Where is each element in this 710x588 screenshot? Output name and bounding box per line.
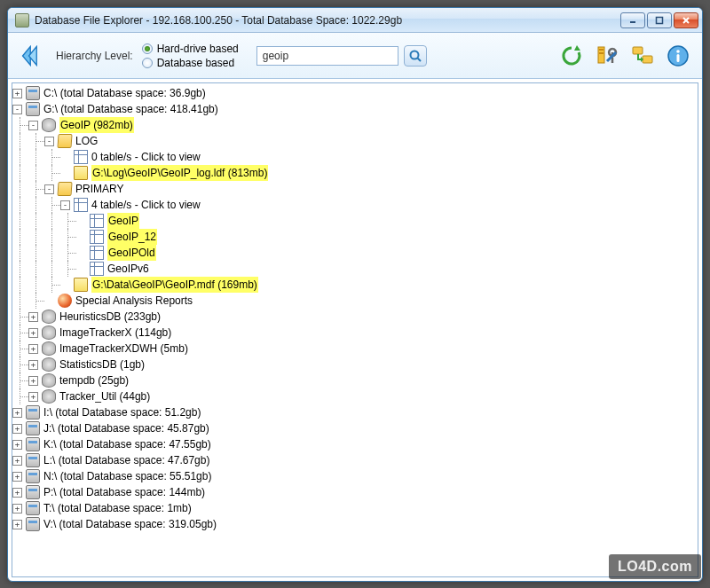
expand-icon[interactable]: + xyxy=(12,424,22,434)
expander-blank xyxy=(60,169,70,178)
tree-node[interactable]: +StatisticsDB (1gb) xyxy=(12,357,698,372)
expand-icon[interactable]: + xyxy=(28,328,38,338)
tree-node-label: V:\ (total Database space: 319.05gb) xyxy=(43,516,217,532)
file-y-icon xyxy=(74,166,88,180)
folder-tree-button[interactable] xyxy=(627,41,658,71)
tree-node[interactable]: -GeoIP (982mb) xyxy=(12,117,698,133)
tree-node-label: G:\Log\GeoIP\GeoIP_log.ldf (813mb) xyxy=(91,165,268,181)
table-icon xyxy=(74,198,88,212)
tree-node-label: 0 table/s - Click to view xyxy=(91,149,201,165)
tree-node[interactable]: -LOG xyxy=(12,133,698,149)
collapse-icon[interactable]: - xyxy=(44,184,54,194)
tree-node[interactable]: +N:\ (total Database space: 55.51gb) xyxy=(12,468,698,484)
drive-icon xyxy=(26,405,40,419)
expand-icon[interactable]: + xyxy=(12,488,22,498)
tree-node[interactable]: +L:\ (total Database space: 47.67gb) xyxy=(12,452,698,468)
close-button[interactable] xyxy=(674,12,698,28)
search-button[interactable] xyxy=(404,45,427,67)
tree-node[interactable]: G:\Log\GeoIP\GeoIP_log.ldf (813mb) xyxy=(12,165,698,181)
titlebar[interactable]: Database File Explorer - 192.168.100.250… xyxy=(8,8,702,33)
tree-node-label: I:\ (total Database space: 51.2gb) xyxy=(43,404,201,420)
tree-node-label: LOG xyxy=(75,133,98,149)
app-icon xyxy=(15,13,29,27)
tree-node-label: GeoIP xyxy=(107,213,139,229)
svg-rect-7 xyxy=(599,49,604,51)
db-icon xyxy=(42,389,56,404)
collapse-icon[interactable]: - xyxy=(28,121,38,130)
expand-icon[interactable]: + xyxy=(12,456,22,466)
expand-icon[interactable]: + xyxy=(12,520,22,529)
drive-icon xyxy=(26,453,40,467)
collapse-icon[interactable]: - xyxy=(44,137,54,146)
radio-hard-drive[interactable]: Hard-drive based xyxy=(142,43,239,55)
tree-node[interactable]: +J:\ (total Database space: 45.87gb) xyxy=(12,420,698,436)
tree-node[interactable]: Special Analysis Reports xyxy=(12,293,698,309)
radio-database[interactable]: Database based xyxy=(142,57,239,69)
file-y-icon xyxy=(74,278,88,292)
svg-rect-1 xyxy=(657,17,663,23)
tools-button[interactable] xyxy=(592,41,622,71)
tree-node[interactable]: +C:\ (total Database space: 36.9gb) xyxy=(12,85,698,101)
tree-node-label: K:\ (total Database space: 47.55gb) xyxy=(43,436,211,452)
expand-icon[interactable]: + xyxy=(12,440,22,450)
expand-icon[interactable]: + xyxy=(12,408,22,418)
expander-blank xyxy=(76,264,86,274)
minimize-button[interactable] xyxy=(620,12,645,28)
tree-node[interactable]: -PRIMARY xyxy=(12,181,698,197)
expand-icon[interactable]: + xyxy=(28,344,38,354)
refresh-button[interactable] xyxy=(556,41,587,71)
tree-node[interactable]: +Tracker_Util (44gb) xyxy=(12,388,698,404)
db-icon xyxy=(42,341,56,356)
tree-node[interactable]: GeoIP_12 xyxy=(12,229,698,245)
expand-icon[interactable]: + xyxy=(12,89,22,98)
expander-blank xyxy=(60,280,70,290)
search-input[interactable] xyxy=(256,46,398,66)
db-icon xyxy=(42,310,56,324)
collapse-icon[interactable]: - xyxy=(12,105,22,114)
tree-node[interactable]: +I:\ (total Database space: 51.2gb) xyxy=(12,404,698,420)
radio-icon xyxy=(142,58,153,68)
expand-icon[interactable]: + xyxy=(28,376,38,386)
tree-node[interactable]: GeoIP xyxy=(12,213,698,229)
expand-icon[interactable]: + xyxy=(28,312,38,322)
tree-node[interactable]: +T:\ (total Database space: 1mb) xyxy=(12,500,698,516)
tree-node-label: G:\ (total Database space: 418.41gb) xyxy=(43,101,218,117)
tree-node[interactable]: G:\Data\GeoIP\GeoIP.mdf (169mb) xyxy=(12,277,698,293)
expand-icon[interactable]: + xyxy=(12,472,22,482)
tree-node-label: ImageTrackerX (114gb) xyxy=(59,325,171,341)
watermark: LO4D.com xyxy=(609,554,701,579)
expander-blank xyxy=(60,153,70,162)
tree-node-label: ImageTrackerXDWH (5mb) xyxy=(59,341,188,357)
tree-node-label: T:\ (total Database space: 1mb) xyxy=(43,500,192,516)
tree-node[interactable]: +K:\ (total Database space: 47.55gb) xyxy=(12,436,698,452)
tree-node-label: Special Analysis Reports xyxy=(75,293,193,309)
tree-view[interactable]: +C:\ (total Database space: 36.9gb)-G:\ … xyxy=(12,82,698,577)
expand-icon[interactable]: + xyxy=(28,392,38,402)
table-icon xyxy=(90,262,104,276)
maximize-button[interactable] xyxy=(647,12,672,28)
tree-node[interactable]: +V:\ (total Database space: 319.05gb) xyxy=(12,516,698,532)
hierarchy-radio-group: Hard-drive based Database based xyxy=(142,43,239,69)
collapse-icon[interactable]: - xyxy=(60,200,70,210)
tree-node-label: GeoIP (982mb) xyxy=(59,117,134,133)
tree-node[interactable]: -G:\ (total Database space: 418.41gb) xyxy=(12,101,698,117)
drive-icon xyxy=(26,86,40,100)
tree-node[interactable]: +tempdb (25gb) xyxy=(12,372,698,388)
tree-node[interactable]: +P:\ (total Database space: 144mb) xyxy=(12,484,698,500)
tree-node[interactable]: 0 table/s - Click to view xyxy=(12,149,698,165)
info-button[interactable] xyxy=(663,41,693,71)
tree-node[interactable]: +ImageTrackerX (114gb) xyxy=(12,325,698,341)
tree-node[interactable]: +ImageTrackerXDWH (5mb) xyxy=(12,341,698,357)
back-button[interactable] xyxy=(17,41,47,71)
tree-node[interactable]: +HeuristicsDB (233gb) xyxy=(12,309,698,325)
expand-icon[interactable]: + xyxy=(28,360,38,370)
db-icon xyxy=(42,325,56,340)
tree-node[interactable]: -4 table/s - Click to view xyxy=(12,197,698,213)
tree-node-label: P:\ (total Database space: 144mb) xyxy=(43,484,205,500)
tree-node[interactable]: GeoIPOld xyxy=(12,245,698,261)
table-icon xyxy=(74,150,88,164)
tree-node[interactable]: GeoIPv6 xyxy=(12,261,698,277)
tree-node-label: HeuristicsDB (233gb) xyxy=(59,309,161,325)
db-icon xyxy=(42,357,56,372)
expand-icon[interactable]: + xyxy=(12,504,22,514)
